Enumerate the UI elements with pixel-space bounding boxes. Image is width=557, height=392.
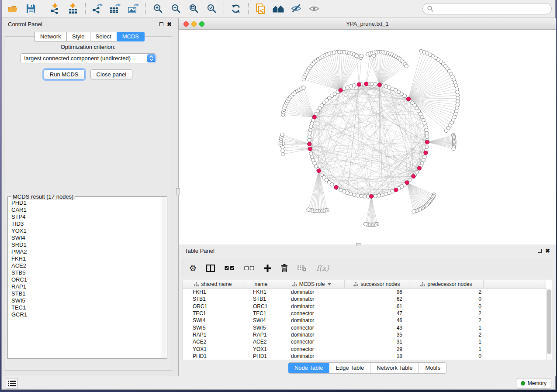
network-node[interactable] (355, 54, 358, 58)
mcds-result-item[interactable]: CAR1 (11, 206, 161, 213)
mcds-result-item[interactable]: YOX1 (11, 227, 161, 234)
mcds-result-item[interactable]: ACE2 (11, 262, 161, 269)
network-node[interactable] (363, 222, 367, 226)
dominator-node[interactable] (339, 89, 343, 93)
network-node[interactable] (363, 195, 367, 198)
export-image-icon[interactable] (126, 2, 141, 15)
network-node[interactable] (320, 173, 324, 176)
network-canvas[interactable] (179, 30, 556, 244)
tab-network-table[interactable]: Network Table (370, 363, 419, 373)
dominator-node[interactable] (407, 97, 411, 101)
column-header-shared-name[interactable]: shared name (183, 280, 243, 288)
mcds-result-item[interactable]: STP4 (11, 213, 161, 220)
select-all-checkboxes-icon[interactable] (225, 266, 235, 270)
tab-edge-table[interactable]: Edge Table (329, 363, 370, 373)
mcds-result-item[interactable]: SWI5 (11, 297, 161, 304)
table-row[interactable]: SWI4SWI4dominator462 (183, 317, 546, 324)
mcds-result-item[interactable]: PMA2 (11, 248, 161, 255)
close-panel-button[interactable]: Close panel (90, 69, 133, 79)
dominator-node[interactable] (312, 115, 316, 119)
mcds-result-item[interactable]: FKH1 (11, 255, 161, 262)
network-node[interactable] (280, 133, 284, 136)
tab-select[interactable]: Select (90, 32, 117, 41)
search-input[interactable] (436, 5, 547, 12)
column-header-MCDS-role[interactable]: MCDS role (279, 280, 345, 288)
mcds-result-item[interactable]: ORC1 (11, 276, 161, 283)
dominator-node[interactable] (417, 166, 421, 170)
function-builder-icon[interactable]: f(x) (316, 264, 329, 272)
show-column-icon[interactable] (206, 265, 215, 272)
network-node[interactable] (308, 138, 311, 142)
network-node[interactable] (405, 64, 408, 68)
network-node[interactable] (360, 194, 363, 198)
dominator-node[interactable] (370, 194, 374, 198)
dominator-node[interactable] (334, 186, 338, 189)
tab-network[interactable]: Network (35, 32, 67, 41)
import-table-icon[interactable] (66, 2, 80, 15)
dominator-node[interactable] (308, 147, 312, 151)
dominator-node[interactable] (317, 169, 321, 173)
network-node[interactable] (408, 178, 412, 182)
column-header-successor-nodes[interactable]: successor nodes (345, 280, 409, 288)
control-panel-float-icon[interactable] (159, 22, 163, 26)
network-node[interactable] (412, 210, 415, 213)
network-node[interactable] (403, 94, 406, 97)
mcds-result-item[interactable]: STB1 (11, 290, 161, 297)
zoom-fit-icon[interactable] (186, 2, 201, 15)
network-node[interactable] (309, 152, 313, 155)
deselect-all-checkboxes-icon[interactable] (244, 266, 254, 270)
export-table-icon[interactable] (108, 2, 123, 15)
table-row[interactable]: STB1STB1dominator620 (183, 296, 546, 303)
table-row[interactable]: FKH1FKH1dominator962 (183, 289, 546, 296)
tab-style[interactable]: Style (66, 32, 90, 41)
horizontal-splitter-handle[interactable] (356, 243, 361, 246)
dominator-node[interactable] (412, 174, 415, 178)
save-session-icon[interactable] (23, 2, 38, 15)
optimization-criterion-select[interactable]: largest connected component (undirected) (20, 53, 156, 63)
network-node[interactable] (349, 85, 353, 88)
dominator-node[interactable] (405, 181, 409, 185)
table-row[interactable]: PHD1PHD1dominator180 (183, 353, 546, 360)
network-node[interactable] (425, 131, 429, 135)
table-scrollbar[interactable] (546, 289, 552, 360)
table-row[interactable]: TEC1TEC1connector472 (183, 310, 546, 317)
dominator-node[interactable] (364, 82, 368, 86)
hide-graphics-details-icon[interactable] (289, 2, 304, 15)
dominator-node[interactable] (308, 142, 311, 146)
network-overview-icon[interactable] (271, 2, 286, 15)
network-node[interactable] (444, 129, 448, 132)
network-node[interactable] (426, 135, 429, 138)
network-node[interactable] (452, 147, 455, 150)
mcds-result-item[interactable]: TID3 (11, 220, 161, 227)
zoom-out-icon[interactable] (168, 2, 183, 15)
network-node[interactable] (370, 82, 374, 86)
vertical-splitter-handle[interactable] (176, 188, 180, 195)
table-row[interactable]: SWI5SWI5connector431 (183, 324, 546, 331)
column-header-predecessor-nodes[interactable]: predecessor nodes (409, 280, 484, 288)
network-node[interactable] (302, 86, 305, 89)
mcds-result-item[interactable]: STB5 (11, 269, 161, 276)
run-mcds-button[interactable]: Run MCDS (44, 69, 85, 79)
tab-mcds[interactable]: MCDS (117, 32, 145, 41)
import-network-icon[interactable] (48, 2, 62, 15)
network-node[interactable] (346, 86, 349, 89)
table-row[interactable]: ACE2ACE2connector311 (183, 338, 546, 345)
network-node[interactable] (425, 128, 428, 132)
task-history-button[interactable] (6, 378, 18, 389)
clone-network-icon[interactable] (253, 2, 268, 15)
export-network-icon[interactable] (90, 2, 105, 15)
delete-table-icon[interactable] (298, 265, 307, 272)
apply-layout-icon[interactable] (228, 2, 243, 15)
table-row[interactable]: RAP1RAP1dominator352 (183, 331, 546, 338)
add-row-icon[interactable] (264, 265, 271, 272)
table-row[interactable]: YOX1YOX1connector291 (183, 345, 546, 352)
table-scrollbar-thumb[interactable] (547, 289, 551, 354)
dominator-node[interactable] (357, 83, 361, 86)
mcds-result-item[interactable]: PHD1 (11, 199, 161, 206)
network-node[interactable] (353, 84, 356, 87)
zoom-selected-icon[interactable] (204, 2, 219, 15)
dominator-node[interactable] (424, 151, 428, 155)
show-graphics-details-icon[interactable] (307, 2, 322, 15)
network-node[interactable] (356, 194, 360, 197)
network-node[interactable] (424, 125, 427, 128)
